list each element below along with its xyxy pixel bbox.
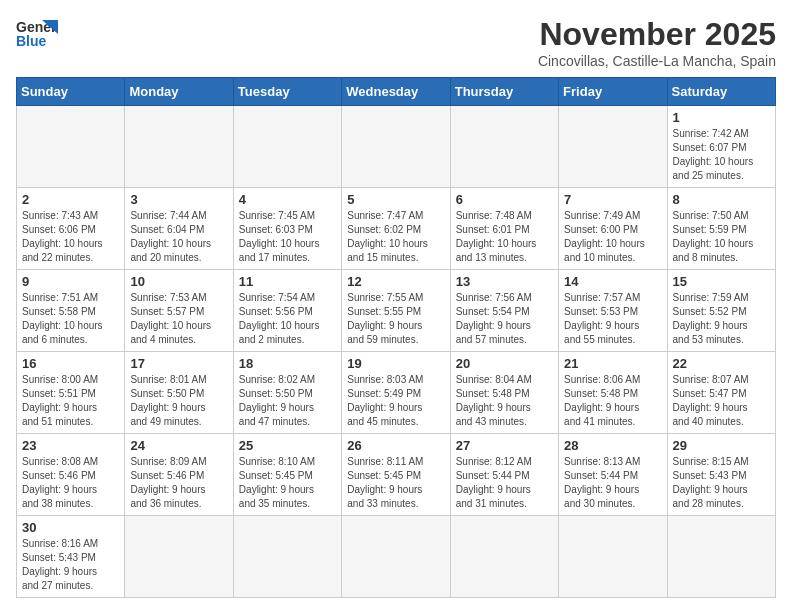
day-info: Sunrise: 8:12 AM Sunset: 5:44 PM Dayligh… bbox=[456, 455, 553, 511]
day-info: Sunrise: 7:54 AM Sunset: 5:56 PM Dayligh… bbox=[239, 291, 336, 347]
day-number: 18 bbox=[239, 356, 336, 371]
day-number: 1 bbox=[673, 110, 770, 125]
day-number: 29 bbox=[673, 438, 770, 453]
day-number: 9 bbox=[22, 274, 119, 289]
weekday-header-thursday: Thursday bbox=[450, 78, 558, 106]
day-info: Sunrise: 7:55 AM Sunset: 5:55 PM Dayligh… bbox=[347, 291, 444, 347]
day-info: Sunrise: 8:16 AM Sunset: 5:43 PM Dayligh… bbox=[22, 537, 119, 593]
day-info: Sunrise: 8:00 AM Sunset: 5:51 PM Dayligh… bbox=[22, 373, 119, 429]
day-info: Sunrise: 8:01 AM Sunset: 5:50 PM Dayligh… bbox=[130, 373, 227, 429]
day-cell-14: 14Sunrise: 7:57 AM Sunset: 5:53 PM Dayli… bbox=[559, 270, 667, 352]
day-info: Sunrise: 7:44 AM Sunset: 6:04 PM Dayligh… bbox=[130, 209, 227, 265]
day-number: 11 bbox=[239, 274, 336, 289]
title-area: November 2025 Cincovillas, Castille-La M… bbox=[538, 16, 776, 69]
empty-cell bbox=[667, 516, 775, 598]
day-number: 13 bbox=[456, 274, 553, 289]
weekday-header-monday: Monday bbox=[125, 78, 233, 106]
empty-cell bbox=[559, 516, 667, 598]
day-cell-1: 1Sunrise: 7:42 AM Sunset: 6:07 PM Daylig… bbox=[667, 106, 775, 188]
weekday-header-row: SundayMondayTuesdayWednesdayThursdayFrid… bbox=[17, 78, 776, 106]
day-number: 12 bbox=[347, 274, 444, 289]
day-info: Sunrise: 8:04 AM Sunset: 5:48 PM Dayligh… bbox=[456, 373, 553, 429]
day-number: 27 bbox=[456, 438, 553, 453]
day-cell-10: 10Sunrise: 7:53 AM Sunset: 5:57 PM Dayli… bbox=[125, 270, 233, 352]
day-number: 25 bbox=[239, 438, 336, 453]
day-info: Sunrise: 7:45 AM Sunset: 6:03 PM Dayligh… bbox=[239, 209, 336, 265]
empty-cell bbox=[342, 106, 450, 188]
day-info: Sunrise: 8:10 AM Sunset: 5:45 PM Dayligh… bbox=[239, 455, 336, 511]
day-cell-17: 17Sunrise: 8:01 AM Sunset: 5:50 PM Dayli… bbox=[125, 352, 233, 434]
day-number: 20 bbox=[456, 356, 553, 371]
day-info: Sunrise: 7:51 AM Sunset: 5:58 PM Dayligh… bbox=[22, 291, 119, 347]
day-number: 17 bbox=[130, 356, 227, 371]
empty-cell bbox=[342, 516, 450, 598]
day-info: Sunrise: 7:47 AM Sunset: 6:02 PM Dayligh… bbox=[347, 209, 444, 265]
day-cell-23: 23Sunrise: 8:08 AM Sunset: 5:46 PM Dayli… bbox=[17, 434, 125, 516]
day-cell-12: 12Sunrise: 7:55 AM Sunset: 5:55 PM Dayli… bbox=[342, 270, 450, 352]
day-number: 28 bbox=[564, 438, 661, 453]
day-cell-24: 24Sunrise: 8:09 AM Sunset: 5:46 PM Dayli… bbox=[125, 434, 233, 516]
empty-cell bbox=[233, 106, 341, 188]
day-info: Sunrise: 8:15 AM Sunset: 5:43 PM Dayligh… bbox=[673, 455, 770, 511]
day-cell-20: 20Sunrise: 8:04 AM Sunset: 5:48 PM Dayli… bbox=[450, 352, 558, 434]
day-cell-6: 6Sunrise: 7:48 AM Sunset: 6:01 PM Daylig… bbox=[450, 188, 558, 270]
month-title: November 2025 bbox=[538, 16, 776, 53]
calendar-row: 2Sunrise: 7:43 AM Sunset: 6:06 PM Daylig… bbox=[17, 188, 776, 270]
day-cell-2: 2Sunrise: 7:43 AM Sunset: 6:06 PM Daylig… bbox=[17, 188, 125, 270]
day-number: 23 bbox=[22, 438, 119, 453]
weekday-header-tuesday: Tuesday bbox=[233, 78, 341, 106]
day-number: 16 bbox=[22, 356, 119, 371]
day-cell-25: 25Sunrise: 8:10 AM Sunset: 5:45 PM Dayli… bbox=[233, 434, 341, 516]
empty-cell bbox=[233, 516, 341, 598]
day-info: Sunrise: 7:53 AM Sunset: 5:57 PM Dayligh… bbox=[130, 291, 227, 347]
day-number: 4 bbox=[239, 192, 336, 207]
day-info: Sunrise: 7:43 AM Sunset: 6:06 PM Dayligh… bbox=[22, 209, 119, 265]
day-cell-15: 15Sunrise: 7:59 AM Sunset: 5:52 PM Dayli… bbox=[667, 270, 775, 352]
empty-cell bbox=[559, 106, 667, 188]
day-cell-27: 27Sunrise: 8:12 AM Sunset: 5:44 PM Dayli… bbox=[450, 434, 558, 516]
day-cell-9: 9Sunrise: 7:51 AM Sunset: 5:58 PM Daylig… bbox=[17, 270, 125, 352]
day-number: 21 bbox=[564, 356, 661, 371]
day-cell-29: 29Sunrise: 8:15 AM Sunset: 5:43 PM Dayli… bbox=[667, 434, 775, 516]
day-cell-4: 4Sunrise: 7:45 AM Sunset: 6:03 PM Daylig… bbox=[233, 188, 341, 270]
empty-cell bbox=[125, 516, 233, 598]
day-cell-22: 22Sunrise: 8:07 AM Sunset: 5:47 PM Dayli… bbox=[667, 352, 775, 434]
empty-cell bbox=[450, 516, 558, 598]
day-cell-30: 30Sunrise: 8:16 AM Sunset: 5:43 PM Dayli… bbox=[17, 516, 125, 598]
day-cell-16: 16Sunrise: 8:00 AM Sunset: 5:51 PM Dayli… bbox=[17, 352, 125, 434]
logo-icon: General Blue bbox=[16, 16, 58, 48]
day-cell-18: 18Sunrise: 8:02 AM Sunset: 5:50 PM Dayli… bbox=[233, 352, 341, 434]
day-number: 30 bbox=[22, 520, 119, 535]
day-number: 19 bbox=[347, 356, 444, 371]
svg-text:Blue: Blue bbox=[16, 33, 47, 48]
day-cell-8: 8Sunrise: 7:50 AM Sunset: 5:59 PM Daylig… bbox=[667, 188, 775, 270]
day-cell-11: 11Sunrise: 7:54 AM Sunset: 5:56 PM Dayli… bbox=[233, 270, 341, 352]
day-info: Sunrise: 7:50 AM Sunset: 5:59 PM Dayligh… bbox=[673, 209, 770, 265]
day-info: Sunrise: 7:42 AM Sunset: 6:07 PM Dayligh… bbox=[673, 127, 770, 183]
empty-cell bbox=[17, 106, 125, 188]
day-number: 15 bbox=[673, 274, 770, 289]
day-info: Sunrise: 7:48 AM Sunset: 6:01 PM Dayligh… bbox=[456, 209, 553, 265]
calendar-row: 9Sunrise: 7:51 AM Sunset: 5:58 PM Daylig… bbox=[17, 270, 776, 352]
day-info: Sunrise: 7:59 AM Sunset: 5:52 PM Dayligh… bbox=[673, 291, 770, 347]
calendar-row: 1Sunrise: 7:42 AM Sunset: 6:07 PM Daylig… bbox=[17, 106, 776, 188]
day-info: Sunrise: 8:03 AM Sunset: 5:49 PM Dayligh… bbox=[347, 373, 444, 429]
day-info: Sunrise: 7:57 AM Sunset: 5:53 PM Dayligh… bbox=[564, 291, 661, 347]
day-cell-7: 7Sunrise: 7:49 AM Sunset: 6:00 PM Daylig… bbox=[559, 188, 667, 270]
calendar-row: 23Sunrise: 8:08 AM Sunset: 5:46 PM Dayli… bbox=[17, 434, 776, 516]
day-number: 6 bbox=[456, 192, 553, 207]
weekday-header-friday: Friday bbox=[559, 78, 667, 106]
empty-cell bbox=[450, 106, 558, 188]
day-number: 5 bbox=[347, 192, 444, 207]
weekday-header-wednesday: Wednesday bbox=[342, 78, 450, 106]
day-info: Sunrise: 7:56 AM Sunset: 5:54 PM Dayligh… bbox=[456, 291, 553, 347]
calendar-row: 16Sunrise: 8:00 AM Sunset: 5:51 PM Dayli… bbox=[17, 352, 776, 434]
day-info: Sunrise: 8:08 AM Sunset: 5:46 PM Dayligh… bbox=[22, 455, 119, 511]
day-cell-19: 19Sunrise: 8:03 AM Sunset: 5:49 PM Dayli… bbox=[342, 352, 450, 434]
day-info: Sunrise: 8:06 AM Sunset: 5:48 PM Dayligh… bbox=[564, 373, 661, 429]
day-number: 10 bbox=[130, 274, 227, 289]
day-cell-26: 26Sunrise: 8:11 AM Sunset: 5:45 PM Dayli… bbox=[342, 434, 450, 516]
day-info: Sunrise: 8:09 AM Sunset: 5:46 PM Dayligh… bbox=[130, 455, 227, 511]
day-info: Sunrise: 8:07 AM Sunset: 5:47 PM Dayligh… bbox=[673, 373, 770, 429]
day-number: 24 bbox=[130, 438, 227, 453]
